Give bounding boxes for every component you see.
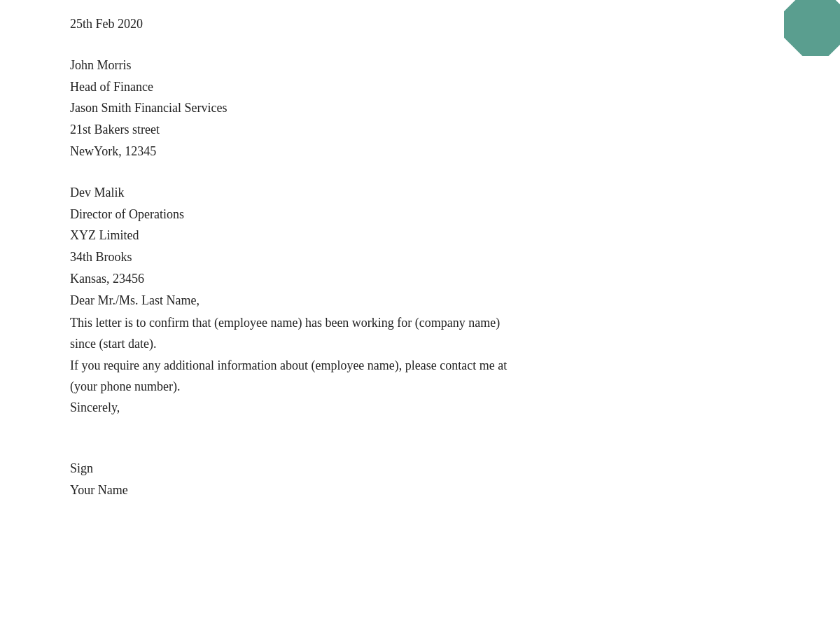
body-line2: since (start date). xyxy=(70,333,770,355)
page-container: 25th Feb 2020 John Morris Head of Financ… xyxy=(0,0,840,630)
recipient-company: XYZ Limited xyxy=(70,225,770,246)
body-line3: If you require any additional informatio… xyxy=(70,355,770,377)
sender-title: Head of Finance xyxy=(70,77,770,97)
recipient-address-line2: Kansas, 23456 xyxy=(70,269,770,289)
sender-address-line1: 21st Bakers street xyxy=(70,120,770,140)
sender-name: John Morris xyxy=(70,55,770,76)
recipient-name: Dev Malik xyxy=(70,183,770,203)
sign-label: Sign xyxy=(70,458,770,479)
spacer-4 xyxy=(70,439,770,458)
sender-company: Jason Smith Financial Services xyxy=(70,98,770,118)
closing: Sincerely, xyxy=(70,398,770,418)
sender-address-line2: NewYork, 12345 xyxy=(70,141,770,162)
letter-body: 25th Feb 2020 John Morris Head of Financ… xyxy=(0,7,840,522)
spacer-3 xyxy=(70,419,770,439)
salutation: Dear Mr./Ms. Last Name, xyxy=(70,290,770,311)
spacer-2 xyxy=(70,163,770,183)
body-line4: (your phone number). xyxy=(70,376,770,398)
corner-decoration xyxy=(784,0,840,56)
body-line1: This letter is to confirm that (employee… xyxy=(70,312,770,334)
spacer-1 xyxy=(70,36,770,55)
recipient-address-line1: 34th Brooks xyxy=(70,247,770,267)
your-name-label: Your Name xyxy=(70,480,770,500)
recipient-title: Director of Operations xyxy=(70,204,770,225)
date-line: 25th Feb 2020 xyxy=(70,14,770,34)
